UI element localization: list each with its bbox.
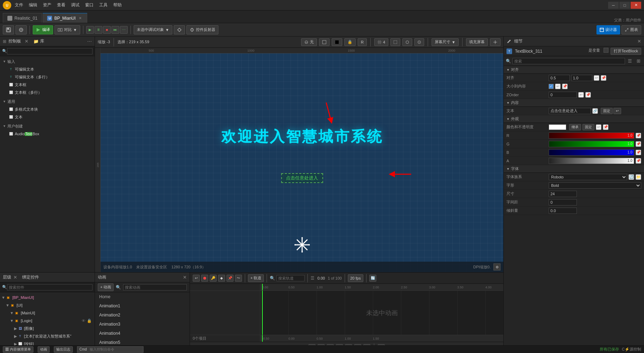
- save-button[interactable]: [3, 25, 14, 34]
- font-style-select[interactable]: Bold: [549, 182, 641, 189]
- menu-window[interactable]: 窗口: [85, 2, 94, 8]
- menu-help[interactable]: 帮助: [113, 2, 122, 8]
- r-pin[interactable]: 📌: [636, 133, 641, 138]
- content-section-header[interactable]: ▼ 内容: [504, 99, 644, 107]
- click-text-element[interactable]: 点击任意处进入: [281, 173, 323, 183]
- layer-image[interactable]: ▶ 🖼 [图像]: [0, 325, 95, 332]
- size-content-pin[interactable]: 📌: [562, 84, 568, 89]
- anim-item-3[interactable]: Animation3: [95, 320, 190, 329]
- screen-size-button[interactable]: 屏幕尺寸▼: [432, 38, 459, 46]
- item-richtext[interactable]: ⬜ 多格式文本块: [0, 105, 95, 113]
- tab-close-button[interactable]: ✕: [78, 16, 83, 21]
- anim-search-input[interactable]: [123, 284, 187, 290]
- section-input-header[interactable]: ▼ 输入: [0, 58, 95, 65]
- details-view-toggle[interactable]: ☰: [626, 58, 633, 64]
- layer-text-welcome[interactable]: ▶ T [文本]"欢迎进入智慧城市系": [0, 332, 95, 340]
- more-button[interactable]: ⋯: [120, 26, 128, 34]
- layer-ui[interactable]: ▼ ▣ [UI]: [0, 301, 95, 309]
- item-text[interactable]: ⬜ 文本: [0, 113, 95, 121]
- tab-bp-mianui[interactable]: U BP_MianUI ✕: [43, 13, 87, 23]
- close-button[interactable]: ✕: [631, 2, 641, 9]
- alignment-x-input[interactable]: [549, 75, 570, 81]
- font-italic-input[interactable]: [549, 208, 577, 214]
- tab-realistic[interactable]: Realistic_01: [3, 13, 42, 23]
- open-textblock-button[interactable]: 打开TextBlock: [611, 48, 641, 55]
- alignment-y-input[interactable]: [571, 75, 592, 81]
- timeline-loop[interactable]: 🔄: [369, 275, 376, 282]
- g-pin[interactable]: 📌: [636, 141, 641, 147]
- color-swatch[interactable]: [549, 124, 566, 130]
- canvas-btn-snap3[interactable]: [414, 38, 424, 46]
- zorder-reset[interactable]: ↩: [578, 92, 584, 98]
- font-family-select[interactable]: Roboto: [549, 174, 627, 180]
- font-refresh[interactable]: 🔄: [629, 174, 634, 180]
- alignment-pin-btn[interactable]: 📌: [601, 75, 606, 81]
- menu-debug[interactable]: 调试: [71, 2, 79, 8]
- panel-close-btn[interactable]: ✕: [25, 39, 28, 44]
- a-slider[interactable]: 1.0: [549, 158, 634, 164]
- anim-item-4[interactable]: Animation4: [95, 329, 190, 338]
- size-content-reset[interactable]: ↩: [555, 84, 561, 89]
- alignment-reset-btn[interactable]: ↩: [594, 75, 599, 81]
- item-audio-text-box[interactable]: ⬜ AudioTextBox: [0, 130, 95, 138]
- canvas-btn-snap[interactable]: [390, 38, 400, 46]
- section-alignment-header[interactable]: ▼ 对齐: [504, 66, 644, 74]
- content-sidebar-btn[interactable]: ☰ 内容侧滑菜单: [3, 346, 33, 353]
- g-slider[interactable]: 1.0: [549, 141, 634, 147]
- add-anim-button[interactable]: + 动画: [98, 283, 114, 291]
- menu-file[interactable]: 文件: [15, 2, 23, 8]
- font-browse[interactable]: 📁: [636, 174, 641, 180]
- font-size-input[interactable]: [549, 191, 577, 197]
- zorder-pin[interactable]: 📌: [585, 92, 591, 98]
- anim-item-home[interactable]: Home: [95, 292, 190, 301]
- canvas-btn-2[interactable]: [332, 38, 342, 46]
- anim-item-1[interactable]: Animation1: [95, 301, 190, 310]
- browse-button[interactable]: [15, 25, 27, 34]
- menu-edit[interactable]: 编辑: [29, 2, 37, 8]
- zorder-input[interactable]: [549, 92, 577, 98]
- maximize-button[interactable]: □: [619, 2, 630, 9]
- menu-tools[interactable]: 工具: [99, 2, 108, 8]
- pause-button[interactable]: ⏸: [95, 26, 102, 34]
- item-text-box[interactable]: ⬜ 文本框: [0, 81, 95, 89]
- fill-screen-button[interactable]: 填充屏幕: [466, 38, 488, 46]
- anim-close-btn[interactable]: ✕: [183, 275, 187, 280]
- stop-button[interactable]: ■: [103, 26, 111, 34]
- layer-bp-mianui[interactable]: ▼ ▣ [BP_MianUI]: [0, 294, 95, 301]
- play-button[interactable]: ▶: [86, 26, 94, 34]
- timeline-interpolate[interactable]: ◆: [218, 275, 225, 282]
- canvas-btn-lock[interactable]: 🔒: [344, 38, 356, 46]
- appearance-section-header[interactable]: ▼ 外观: [504, 115, 644, 123]
- item-text-box-multi[interactable]: ⬜ 文本框（多行）: [0, 89, 95, 96]
- size-content-checkbox[interactable]: ✓: [549, 84, 554, 89]
- canvas-viewport[interactable]: 欢迎进入智慧城市系统 点击任意处进入: [101, 53, 503, 272]
- timeline-key[interactable]: 🔑: [210, 275, 217, 282]
- is-variable-checkbox[interactable]: [604, 48, 608, 53]
- text-reset-btn[interactable]: ↩: [613, 108, 621, 114]
- details-search-input[interactable]: [512, 58, 625, 64]
- text-content-input[interactable]: [549, 108, 591, 114]
- timeline-play-mode[interactable]: ↩: [193, 275, 200, 282]
- right-panel-close[interactable]: ✕: [637, 39, 641, 44]
- track-search-input[interactable]: [276, 275, 305, 281]
- panel-menu-btn[interactable]: ⋯: [87, 39, 92, 44]
- compile-button[interactable]: 编译: [33, 25, 53, 34]
- welcome-text-element[interactable]: 欢迎进入智慧城市系统: [221, 127, 383, 146]
- item-editable-text[interactable]: T 可编辑文本: [0, 65, 95, 73]
- cmd-input[interactable]: [88, 346, 141, 353]
- canvas-btn-snap2[interactable]: [402, 38, 412, 46]
- output-log-btn[interactable]: 输出日志: [54, 346, 73, 353]
- font-spacing-input[interactable]: [549, 199, 577, 205]
- inherit-btn[interactable]: 继承: [569, 124, 581, 130]
- canvas-btn-1[interactable]: [319, 38, 330, 46]
- timeline-record[interactable]: [201, 275, 208, 282]
- b-slider[interactable]: 1.0: [549, 149, 634, 156]
- canvas-settings-btn[interactable]: [490, 38, 500, 46]
- canvas-settings-btn2[interactable]: ⚙: [493, 263, 500, 270]
- menu-view[interactable]: 查看: [57, 2, 65, 8]
- minimize-button[interactable]: ─: [608, 2, 619, 9]
- r-slider[interactable]: 1.0: [549, 132, 634, 139]
- canvas-btn-r[interactable]: R: [358, 38, 367, 46]
- fps-button[interactable]: 20 fps: [348, 274, 363, 282]
- library-tab[interactable]: 📁 库: [33, 38, 44, 44]
